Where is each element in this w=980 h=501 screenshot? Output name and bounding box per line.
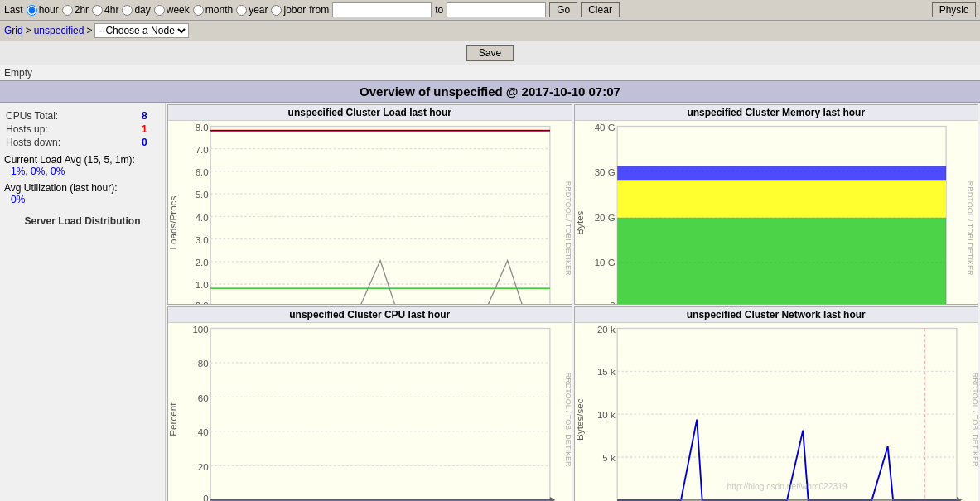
memory-chart-title: unspecified Cluster Memory last hour xyxy=(575,105,978,121)
left-panel: CPUs Total: 8 Hosts up: 1 Hosts down: 0 … xyxy=(0,103,166,501)
week-radio[interactable] xyxy=(154,5,165,16)
year-radio[interactable] xyxy=(236,5,247,16)
jobor-radio[interactable] xyxy=(271,5,282,16)
svg-text:http://blog.csdn.net/whm022319: http://blog.csdn.net/whm022319 xyxy=(727,482,847,491)
svg-text:6.0: 6.0 xyxy=(196,167,209,177)
svg-rect-37 xyxy=(617,180,946,217)
empty-label: Empty xyxy=(0,65,980,80)
svg-text:Bytes/sec: Bytes/sec xyxy=(575,398,585,441)
node-select[interactable]: --Choose a Node xyxy=(94,23,189,38)
4hr-radio[interactable] xyxy=(92,5,103,16)
4hr-label: 4hr xyxy=(104,4,118,16)
go-button[interactable]: Go xyxy=(549,2,577,17)
cpu-chart-area: 100 80 60 40 20 0 14:20 14:40 15:00 xyxy=(168,323,572,501)
hosts-down-label: Hosts down: xyxy=(4,136,140,149)
hour-radio-label[interactable]: hour xyxy=(27,4,59,16)
svg-text:10 k: 10 k xyxy=(596,410,615,420)
svg-rect-46 xyxy=(210,328,550,499)
svg-marker-74 xyxy=(956,497,961,501)
month-radio[interactable] xyxy=(193,5,204,16)
month-label: month xyxy=(205,4,233,16)
2hr-radio[interactable] xyxy=(62,5,73,16)
year-radio-label[interactable]: year xyxy=(236,4,268,16)
svg-text:RRDTOOL / TOBI DETIKER: RRDTOOL / TOBI DETIKER xyxy=(971,373,978,467)
from-label: from xyxy=(309,4,329,16)
to-label: to xyxy=(435,4,443,16)
last-label: Last xyxy=(4,4,23,16)
breadcrumb-sep1: > xyxy=(26,25,31,36)
save-bar: Save xyxy=(0,41,980,65)
svg-text:5.0: 5.0 xyxy=(196,190,209,200)
cpus-total-value: 8 xyxy=(140,109,161,123)
load-chart-title: unspecified Cluster Load last hour xyxy=(168,105,572,121)
svg-rect-38 xyxy=(617,166,946,180)
cpu-chart-box: unspecified Cluster CPU last hour 100 80… xyxy=(167,306,572,501)
svg-rect-36 xyxy=(617,218,946,305)
cpus-total-label: CPUs Total: xyxy=(4,109,140,123)
svg-text:5 k: 5 k xyxy=(602,453,616,463)
hosts-up-label: Hosts up: xyxy=(4,123,140,136)
save-button[interactable]: Save xyxy=(466,45,514,61)
clear-button[interactable]: Clear xyxy=(581,2,620,17)
jobor-radio-label[interactable]: jobor xyxy=(271,4,306,16)
svg-text:7.0: 7.0 xyxy=(196,145,209,155)
svg-text:3.0: 3.0 xyxy=(196,235,209,245)
svg-text:Loads/Procs: Loads/Procs xyxy=(168,196,178,250)
week-label: week xyxy=(167,4,190,16)
svg-text:8.0: 8.0 xyxy=(196,123,209,132)
month-radio-label[interactable]: month xyxy=(193,4,233,16)
memory-chart-area: 40 G 30 G 20 G 10 G 0 xyxy=(575,121,978,305)
physic-button[interactable]: Physic xyxy=(932,2,976,17)
cpus-total-row: CPUs Total: 8 xyxy=(4,109,161,123)
svg-text:20: 20 xyxy=(198,461,209,471)
year-label: year xyxy=(249,4,268,16)
svg-text:Percent: Percent xyxy=(168,402,178,436)
grid-link[interactable]: Grid xyxy=(4,25,23,36)
load-chart-area: 8.0 7.0 6.0 5.0 4.0 3.0 2.0 1.0 0.0 xyxy=(168,121,572,305)
svg-text:0: 0 xyxy=(610,301,615,305)
top-bar: Last hour 2hr 4hr day week month year jo… xyxy=(0,0,980,21)
network-chart-svg: 20 k 15 k 10 k 5 k 14:20 14:40 15:00 xyxy=(575,323,978,501)
svg-text:40: 40 xyxy=(198,427,209,437)
server-dist-label: Server Load Distribution xyxy=(4,215,161,227)
charts-panel: unspecified Cluster Load last hour 8.0 7… xyxy=(166,103,980,501)
from-input[interactable] xyxy=(332,2,432,17)
svg-text:15 k: 15 k xyxy=(596,367,615,377)
svg-text:Bytes: Bytes xyxy=(575,210,585,234)
svg-text:40 G: 40 G xyxy=(594,123,615,132)
util-label: Avg Utilization (last hour): xyxy=(4,182,161,194)
svg-text:80: 80 xyxy=(198,359,209,369)
svg-text:2.0: 2.0 xyxy=(196,258,209,267)
day-radio[interactable] xyxy=(122,5,133,16)
4hr-radio-label[interactable]: 4hr xyxy=(92,4,118,16)
svg-text:0.0: 0.0 xyxy=(196,301,209,305)
hosts-down-row: Hosts down: 0 xyxy=(4,136,161,149)
breadcrumb-sep2: > xyxy=(86,25,92,36)
util-section: Avg Utilization (last hour): 0% xyxy=(4,182,161,205)
svg-text:10 G: 10 G xyxy=(594,258,615,267)
overview-title: Overview of unspecified @ 2017-10-10 07:… xyxy=(0,80,980,103)
svg-text:1.0: 1.0 xyxy=(196,280,209,290)
day-label: day xyxy=(134,4,150,16)
load-avg-label: Current Load Avg (15, 5, 1m): xyxy=(4,154,161,166)
svg-text:20 G: 20 G xyxy=(594,212,615,222)
network-chart-title: unspecified Cluster Network last hour xyxy=(575,307,978,323)
hosts-up-row: Hosts up: 1 xyxy=(4,123,161,136)
svg-text:100: 100 xyxy=(192,325,208,335)
svg-rect-0 xyxy=(210,126,550,305)
week-radio-label[interactable]: week xyxy=(154,4,190,16)
hour-radio[interactable] xyxy=(27,5,37,16)
breadcrumb-bar: Grid > unspecified > --Choose a Node xyxy=(0,21,980,41)
svg-text:30 G: 30 G xyxy=(594,167,615,177)
unspecified-link[interactable]: unspecified xyxy=(34,25,84,36)
hosts-up-value: 1 xyxy=(140,123,161,136)
cpu-chart-title: unspecified Cluster CPU last hour xyxy=(168,307,572,323)
to-input[interactable] xyxy=(447,2,546,17)
svg-text:20 k: 20 k xyxy=(596,325,615,335)
memory-chart-box: unspecified Cluster Memory last hour 40 … xyxy=(574,104,979,305)
load-chart-box: unspecified Cluster Load last hour 8.0 7… xyxy=(167,104,572,305)
hour-label: hour xyxy=(39,4,59,16)
day-radio-label[interactable]: day xyxy=(122,4,150,16)
2hr-radio-label[interactable]: 2hr xyxy=(62,4,89,16)
svg-text:RRDTOOL / TOBI DETIKER: RRDTOOL / TOBI DETIKER xyxy=(564,373,571,467)
